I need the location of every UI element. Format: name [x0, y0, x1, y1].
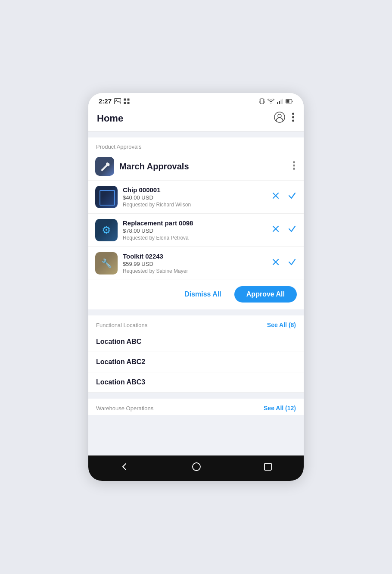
functional-locations-label: Functional Locations [96, 322, 147, 328]
product-price: $78.00 USD [123, 228, 266, 234]
product-item: Chip 000001 $40.00 USD Requested by Rich… [88, 181, 304, 214]
product-requester: Requested by Elena Petrova [123, 235, 266, 241]
product-info: Toolkit 02243 $59.99 USD Requested by Sa… [123, 253, 266, 274]
approvals-title: March Approvals [119, 162, 286, 172]
svg-point-22 [292, 116, 294, 119]
product-info: Replacement part 0098 $78.00 USD Request… [123, 219, 266, 241]
part-product-image [95, 219, 118, 241]
approve-icon [287, 224, 297, 234]
content-area: Product Approvals March Approvals [88, 131, 304, 455]
svg-point-21 [292, 113, 294, 115]
svg-rect-16 [282, 99, 283, 104]
status-time: 2:27 [99, 97, 130, 105]
product-name: Toolkit 02243 [123, 253, 266, 260]
product-info: Chip 000001 $40.00 USD Requested by Rich… [123, 186, 266, 208]
product-requester: Requested by Richard Wilson [123, 202, 266, 208]
svg-point-27 [293, 168, 295, 170]
profile-icon [274, 112, 285, 123]
home-button[interactable] [184, 461, 209, 475]
list-item[interactable]: Location ABC [88, 332, 304, 352]
warehouse-operations-header: Warehouse Operations See All (12) [88, 399, 304, 415]
svg-point-23 [292, 120, 294, 122]
warehouse-operations-see-all[interactable]: See All (12) [264, 405, 296, 412]
product-actions [271, 191, 297, 203]
reject-icon [271, 257, 280, 267]
phone-frame: 2:27 Home [88, 93, 304, 481]
approve-button[interactable] [287, 257, 297, 269]
svg-rect-13 [277, 102, 278, 104]
svg-point-28 [193, 463, 200, 471]
chip-product-image [95, 186, 118, 208]
warehouse-operations-label: Warehouse Operations [96, 405, 153, 412]
more-vertical-icon [292, 112, 294, 122]
home-circle-icon [192, 462, 201, 471]
product-name: Replacement part 0098 [123, 219, 266, 227]
page-title: Home [97, 113, 123, 124]
warehouse-operations-card: Warehouse Operations See All (12) [88, 399, 304, 415]
top-bar: Home [88, 107, 304, 131]
approvals-header: March Approvals [88, 153, 304, 181]
locations-list: Location ABC Location ABC2 Location ABC3 [88, 332, 304, 393]
battery-icon [286, 99, 293, 104]
functional-locations-card: Functional Locations See All (8) Locatio… [88, 315, 304, 393]
product-requester: Requested by Sabine Mayer [123, 268, 266, 274]
svg-point-25 [293, 161, 295, 163]
product-actions [271, 257, 297, 269]
vibrate-icon [259, 98, 265, 105]
more-dots-icon [293, 161, 295, 170]
dismiss-all-button[interactable]: Dismiss All [177, 287, 228, 302]
svg-rect-18 [286, 100, 289, 103]
approvals-icon [95, 157, 114, 176]
approvals-more-button[interactable] [291, 161, 297, 172]
product-price: $59.99 USD [123, 261, 266, 267]
list-item[interactable]: Location ABC2 [88, 352, 304, 372]
svg-rect-15 [280, 100, 282, 104]
reject-icon [271, 224, 280, 234]
toolkit-product-image [95, 252, 118, 275]
grid-status-icon [124, 98, 130, 104]
product-approvals-label: Product Approvals [88, 137, 304, 153]
product-approvals-card: Product Approvals March Approvals [88, 137, 304, 309]
svg-point-24 [102, 169, 103, 170]
product-item: Replacement part 0098 $78.00 USD Request… [88, 214, 304, 247]
back-icon [120, 462, 129, 471]
svg-rect-3 [128, 98, 130, 100]
svg-point-26 [293, 164, 295, 166]
more-menu-button[interactable] [291, 112, 295, 125]
functional-locations-header: Functional Locations See All (8) [88, 315, 304, 332]
reject-button[interactable] [271, 191, 280, 203]
functional-locations-see-all[interactable]: See All (8) [267, 321, 296, 328]
back-button[interactable] [112, 461, 137, 475]
reject-icon [271, 191, 280, 200]
svg-rect-14 [279, 101, 280, 104]
profile-button[interactable] [273, 111, 286, 126]
svg-rect-29 [264, 463, 271, 470]
product-list: Chip 000001 $40.00 USD Requested by Rich… [88, 181, 304, 280]
approve-button[interactable] [287, 191, 297, 203]
bottom-nav [88, 455, 304, 481]
reject-button[interactable] [271, 257, 280, 269]
status-bar: 2:27 [88, 93, 304, 107]
top-bar-actions [273, 111, 295, 126]
svg-rect-6 [260, 99, 264, 104]
list-item[interactable]: Location ABC3 [88, 372, 304, 393]
image-status-icon [114, 98, 121, 104]
tool-icon [99, 161, 110, 172]
approve-icon [287, 191, 297, 200]
recents-square-icon [264, 463, 272, 471]
approve-all-button[interactable]: Approve All [234, 286, 297, 303]
approvals-buttons-row: Dismiss All Approve All [88, 280, 304, 309]
product-name: Chip 000001 [123, 186, 266, 193]
recents-button[interactable] [255, 461, 280, 474]
signal-icon [277, 99, 283, 104]
svg-rect-5 [128, 102, 130, 104]
product-actions [271, 224, 297, 236]
approve-icon [287, 257, 297, 267]
svg-point-20 [278, 114, 281, 118]
reject-button[interactable] [271, 224, 280, 236]
approve-button[interactable] [287, 224, 297, 236]
product-item: Toolkit 02243 $59.99 USD Requested by Sa… [88, 247, 304, 280]
time-display: 2:27 [99, 97, 112, 105]
svg-rect-4 [124, 102, 126, 104]
svg-rect-2 [124, 98, 126, 100]
